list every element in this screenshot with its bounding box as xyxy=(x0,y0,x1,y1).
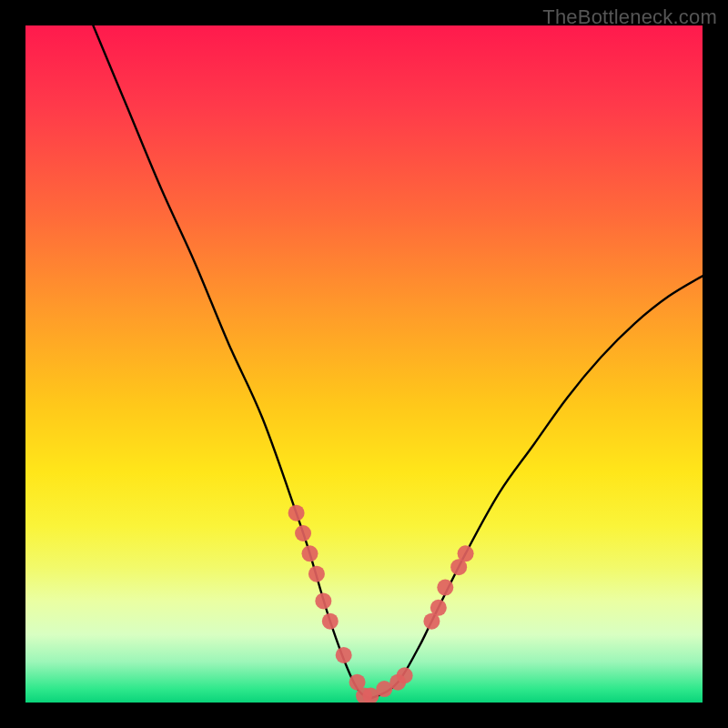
plot-area xyxy=(25,25,703,703)
highlight-marker xyxy=(315,592,331,609)
curve-svg xyxy=(25,25,703,703)
highlight-marker xyxy=(308,566,325,582)
highlight-marker xyxy=(397,667,413,683)
bottleneck-curve xyxy=(93,25,703,698)
highlight-markers xyxy=(288,505,474,703)
highlight-marker xyxy=(288,505,305,521)
highlight-marker xyxy=(430,600,447,616)
highlight-marker xyxy=(295,525,311,541)
chart-frame: TheBottleneck.com xyxy=(0,0,728,728)
highlight-marker xyxy=(322,613,339,630)
highlight-marker xyxy=(301,545,318,561)
highlight-marker xyxy=(437,580,453,596)
highlight-marker xyxy=(336,647,352,663)
highlight-marker xyxy=(458,545,474,561)
